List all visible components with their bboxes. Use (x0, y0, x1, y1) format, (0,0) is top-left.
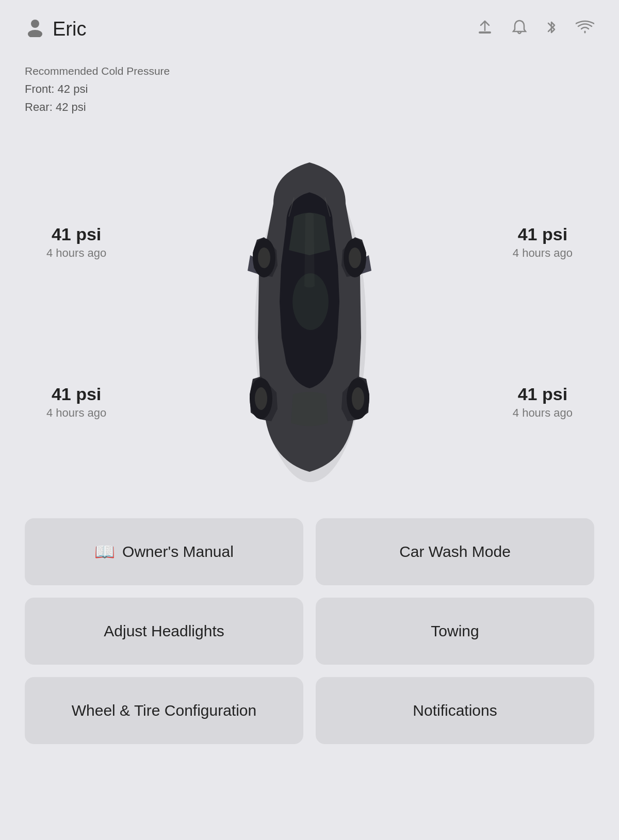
tire-front-left-time: 4 hours ago (46, 246, 106, 260)
car-image (222, 142, 397, 492)
pressure-label: Recommended Cold Pressure (25, 62, 594, 80)
tire-front-right-time: 4 hours ago (513, 246, 573, 260)
tire-front-left: 41 psi 4 hours ago (46, 224, 106, 260)
pressure-front: Front: 42 psi (25, 80, 594, 98)
owners-manual-button[interactable]: 📖 Owner's Manual (25, 518, 303, 585)
tire-front-left-psi: 41 psi (46, 224, 106, 244)
svg-point-11 (352, 387, 364, 410)
user-icon (25, 17, 45, 42)
book-icon: 📖 (94, 542, 115, 562)
pressure-rear: Rear: 42 psi (25, 98, 594, 116)
bell-icon[interactable] (512, 19, 527, 39)
owners-manual-label: Owner's Manual (122, 543, 234, 561)
svg-point-0 (31, 20, 39, 28)
upload-icon[interactable] (477, 19, 493, 39)
notifications-label: Notifications (413, 702, 497, 719)
svg-rect-2 (479, 31, 491, 34)
svg-point-5 (258, 248, 270, 268)
svg-point-12 (292, 273, 329, 330)
towing-label: Towing (431, 622, 479, 640)
bluetooth-icon[interactable] (546, 19, 557, 39)
tire-front-right: 41 psi 4 hours ago (513, 224, 573, 260)
car-diagram: 41 psi 4 hours ago 41 psi 4 hours ago (0, 131, 619, 503)
svg-point-1 (28, 30, 42, 37)
tire-front-right-psi: 41 psi (513, 224, 573, 244)
pressure-info: Recommended Cold Pressure Front: 42 psi … (0, 52, 619, 126)
action-buttons-grid: 📖 Owner's Manual Car Wash Mode Adjust He… (0, 508, 619, 754)
wheel-tire-config-label: Wheel & Tire Configuration (72, 702, 257, 719)
wheel-tire-config-button[interactable]: Wheel & Tire Configuration (25, 677, 303, 744)
wifi-icon[interactable] (576, 20, 594, 38)
car-wash-mode-button[interactable]: Car Wash Mode (316, 518, 594, 585)
user-name: Eric (53, 18, 86, 40)
tire-rear-right-psi: 41 psi (513, 384, 573, 404)
tire-rear-left-time: 4 hours ago (46, 406, 106, 420)
svg-point-9 (255, 387, 267, 410)
user-section: Eric (25, 17, 86, 42)
header: Eric (0, 0, 619, 52)
tire-rear-right: 41 psi 4 hours ago (513, 384, 573, 420)
adjust-headlights-button[interactable]: Adjust Headlights (25, 598, 303, 665)
header-icons (477, 19, 594, 39)
notifications-button[interactable]: Notifications (316, 677, 594, 744)
car-wash-mode-label: Car Wash Mode (399, 543, 511, 561)
svg-point-7 (349, 248, 361, 268)
tire-rear-left: 41 psi 4 hours ago (46, 384, 106, 420)
tire-rear-right-time: 4 hours ago (513, 406, 573, 420)
adjust-headlights-label: Adjust Headlights (104, 622, 224, 640)
towing-button[interactable]: Towing (316, 598, 594, 665)
tire-rear-left-psi: 41 psi (46, 384, 106, 404)
